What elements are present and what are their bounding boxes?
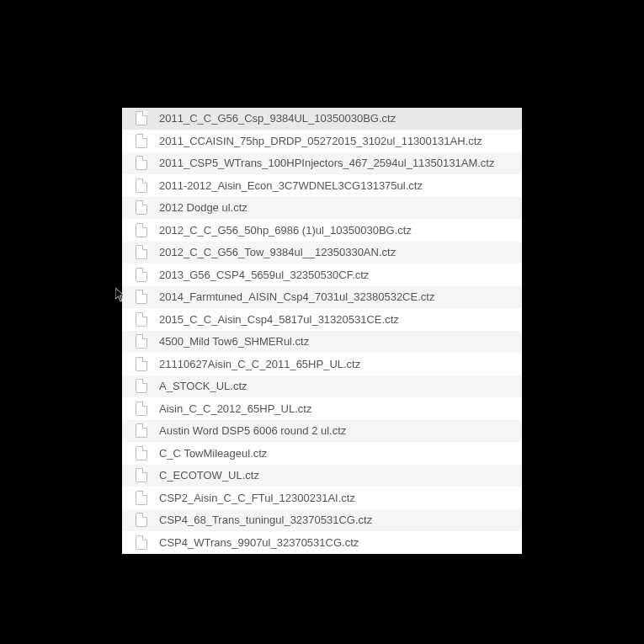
file-row[interactable]: 2012_C_C_G56_Tow_9384ul__12350330AN.ctz bbox=[122, 242, 522, 264]
file-icon bbox=[136, 290, 147, 304]
file-name-label: 4500_Mild Tow6_SHMERul.ctz bbox=[159, 335, 309, 348]
file-icon bbox=[136, 446, 147, 460]
file-row[interactable]: 2012 Dodge ul.ctz bbox=[122, 197, 522, 220]
file-icon bbox=[136, 245, 147, 259]
file-name-label: CSP2_Aisin_C_C_FTul_12300231AI.ctz bbox=[159, 492, 355, 504]
file-row[interactable]: 4500_Mild Tow6_SHMERul.ctz bbox=[122, 331, 522, 354]
file-row[interactable]: 2011_CCAISIN_75hp_DRDP_05272015_3102ul_1… bbox=[122, 130, 522, 152]
file-icon bbox=[136, 379, 147, 393]
file-icon bbox=[136, 513, 147, 527]
file-row[interactable]: 2013_G56_CSP4_5659ul_32350530CF.ctz bbox=[122, 263, 522, 286]
file-icon bbox=[136, 268, 147, 282]
file-icon bbox=[136, 334, 147, 349]
file-icon bbox=[136, 491, 147, 505]
file-row[interactable]: 21110627Aisin_C_C_2011_65HP_UL.ctz bbox=[122, 353, 522, 375]
file-row[interactable]: 2011-2012_Aisin_Econ_3C7WDNEL3CG131375ul… bbox=[122, 174, 522, 197]
file-row[interactable]: 2011_CSP5_WTrans_100HPInjectors_467_2594… bbox=[122, 152, 522, 175]
file-name-label: 2012 Dodge ul.ctz bbox=[159, 201, 247, 214]
file-name-label: 2011-2012_Aisin_Econ_3C7WDNEL3CG131375ul… bbox=[159, 179, 423, 192]
file-name-label: 2013_G56_CSP4_5659ul_32350530CF.ctz bbox=[159, 269, 369, 281]
file-icon bbox=[136, 156, 147, 170]
file-name-label: CSP4_WTrans_9907ul_32370531CG.ctz bbox=[159, 536, 359, 549]
file-row[interactable]: A_STOCK_UL.ctz bbox=[122, 375, 522, 398]
file-row[interactable]: Austin Word DSP5 6006 round 2 ul.ctz bbox=[122, 420, 522, 443]
file-icon bbox=[136, 178, 147, 193]
file-icon bbox=[136, 111, 147, 125]
file-name-label: 21110627Aisin_C_C_2011_65HP_UL.ctz bbox=[159, 358, 360, 370]
file-name-label: 2014_Farmtuned_AISIN_Csp4_7031ul_3238053… bbox=[159, 290, 434, 303]
file-name-label: C_C TowMileageul.ctz bbox=[159, 447, 267, 460]
file-row[interactable]: 2015_C_C_Aisin_Csp4_5817ul_31320531CE.ct… bbox=[122, 308, 522, 331]
file-icon bbox=[136, 535, 147, 550]
file-name-label: 2011_CCAISIN_75hp_DRDP_05272015_3102ul_1… bbox=[159, 135, 482, 147]
file-row[interactable]: 2014_Farmtuned_AISIN_Csp4_7031ul_3238053… bbox=[122, 286, 522, 309]
file-name-label: 2011_CSP5_WTrans_100HPInjectors_467_2594… bbox=[159, 157, 494, 169]
file-name-label: Austin Word DSP5 6006 round 2 ul.ctz bbox=[159, 424, 346, 437]
file-icon bbox=[136, 468, 147, 482]
file-row[interactable]: CSP2_Aisin_C_C_FTul_12300231AI.ctz bbox=[122, 487, 522, 509]
file-row[interactable]: CSP4_68_Trans_tuningul_32370531CG.ctz bbox=[122, 509, 522, 532]
file-name-label: 2012_C_C_G56_Tow_9384ul__12350330AN.ctz bbox=[159, 246, 396, 258]
file-name-label: A_STOCK_UL.ctz bbox=[159, 380, 247, 392]
file-row[interactable]: C_C TowMileageul.ctz bbox=[122, 442, 522, 465]
file-name-label: Aisin_C_C_2012_65HP_UL.ctz bbox=[159, 402, 311, 415]
file-icon bbox=[136, 312, 147, 327]
file-name-label: C_ECOTOW_UL.ctz bbox=[159, 469, 259, 482]
file-name-label: 2015_C_C_Aisin_Csp4_5817ul_31320531CE.ct… bbox=[159, 313, 399, 326]
file-icon bbox=[136, 200, 147, 215]
file-row[interactable]: CSP4_WTrans_9907ul_32370531CG.ctz bbox=[122, 531, 522, 554]
file-icon bbox=[136, 357, 147, 371]
file-row[interactable]: 2011_C_C_G56_Csp_9384UL_10350030BG.ctz bbox=[122, 108, 522, 130]
file-icon bbox=[136, 423, 147, 438]
file-name-label: 2012_C_C_G56_50hp_6986 (1)ul_10350030BG.… bbox=[159, 224, 412, 237]
file-row[interactable]: Aisin_C_C_2012_65HP_UL.ctz bbox=[122, 397, 522, 420]
file-row[interactable]: 2012_C_C_G56_50hp_6986 (1)ul_10350030BG.… bbox=[122, 219, 522, 242]
file-name-label: 2011_C_C_G56_Csp_9384UL_10350030BG.ctz bbox=[159, 112, 396, 125]
file-icon bbox=[136, 402, 147, 416]
file-row[interactable]: C_ECOTOW_UL.ctz bbox=[122, 465, 522, 487]
file-list-panel: 2011_C_C_G56_Csp_9384UL_10350030BG.ctz20… bbox=[122, 108, 522, 554]
file-icon bbox=[136, 134, 147, 148]
file-icon bbox=[136, 223, 147, 237]
file-name-label: CSP4_68_Trans_tuningul_32370531CG.ctz bbox=[159, 514, 372, 526]
